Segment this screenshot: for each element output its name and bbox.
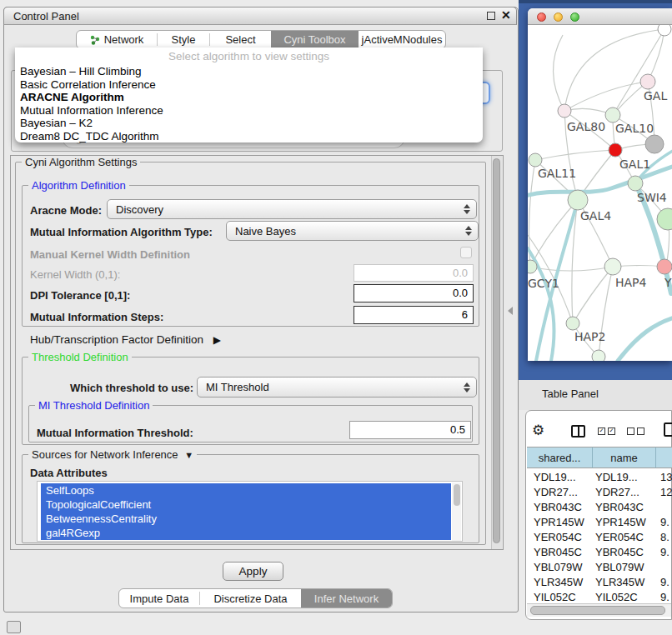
algorithm-option-selected[interactable]: ARACNE Algorithm: [20, 91, 470, 104]
table-cell[interactable]: 8.: [660, 531, 672, 546]
network-node-gal1[interactable]: [609, 143, 622, 157]
manual-kernel-checkbox[interactable]: [460, 247, 472, 258]
table-cell[interactable]: 9.: [660, 576, 672, 591]
algorithm-option[interactable]: Mutual Information Inference: [20, 104, 470, 118]
algorithm-option[interactable]: Bayesian – K2: [20, 117, 470, 130]
table-hscrollbar-thumb[interactable]: [530, 606, 665, 615]
algorithm-option[interactable]: Dream8 DC_TDC Algorithm: [20, 130, 470, 143]
aracne-mode-combo[interactable]: Discovery: [107, 199, 477, 219]
algorithm-option[interactable]: Bayesian – Hill Climbing: [20, 65, 470, 78]
algorithm-definition-title: Algorithm Definition: [28, 179, 129, 192]
control-panel-titlebar[interactable]: [3, 7, 517, 25]
tab-jactivemnodules[interactable]: jActiveMNodules: [359, 31, 445, 48]
table-cell[interactable]: [660, 501, 672, 516]
select-all-icon[interactable]: ✓ ✓: [598, 428, 615, 435]
network-canvas[interactable]: GAL GAL80 GAL10 GAL1 GAL11 SWI4 GAL4 GCY…: [528, 25, 672, 361]
docked-panel-icon[interactable]: [7, 621, 21, 633]
dropdown-placeholder: Select algorithm to view settings: [15, 50, 483, 62]
network-node-gcy1[interactable]: [528, 260, 537, 273]
table-cell[interactable]: YDR27...: [595, 486, 654, 501]
table-cell[interactable]: 9.: [660, 516, 672, 531]
tab-network[interactable]: Network: [77, 31, 157, 48]
gear-icon[interactable]: ⚙: [532, 422, 544, 439]
table-cell[interactable]: YLR345W: [534, 576, 590, 591]
attribute-item[interactable]: TopologicalCoefficient: [41, 498, 451, 512]
minimize-traffic-light-icon[interactable]: [554, 12, 563, 22]
list-scrollbar-thumb[interactable]: [454, 484, 460, 506]
network-node-gray[interactable]: [645, 135, 664, 153]
table-cell[interactable]: YBR043C: [534, 501, 590, 516]
attribute-item[interactable]: gal4RGexp: [41, 526, 451, 540]
zoom-traffic-light-icon[interactable]: [570, 12, 579, 22]
node-label: GCY1: [528, 277, 559, 290]
attribute-item[interactable]: SelfLoops: [41, 483, 451, 498]
table-cell[interactable]: YBR045C: [595, 546, 654, 561]
table-cell[interactable]: YPR145W: [595, 516, 654, 531]
network-node-hap4[interactable]: [604, 258, 621, 275]
data-attributes-list: SelfLoops TopologicalCoefficient Between…: [37, 481, 463, 542]
tab-infer-network[interactable]: Infer Network: [301, 589, 392, 608]
column-header-shared-name[interactable]: shared...: [527, 447, 593, 468]
float-icon[interactable]: [487, 12, 495, 20]
columns-icon[interactable]: [571, 425, 585, 438]
table-cell[interactable]: YBR045C: [534, 546, 590, 561]
table-cell[interactable]: [660, 561, 672, 576]
tab-cyni-toolbox[interactable]: Cyni Toolbox: [271, 31, 359, 48]
table-cell[interactable]: YBR043C: [595, 501, 654, 516]
network-node-hap2[interactable]: [566, 317, 579, 330]
node-label: GAL1: [619, 158, 650, 171]
hub-definition-label: Hub/Transcription Factor Definition: [30, 333, 203, 346]
hub-definition-toggle[interactable]: Hub/Transcription Factor Definition ▶: [30, 333, 221, 346]
table-cell[interactable]: YBL079W: [595, 561, 654, 576]
table-cell[interactable]: 9.: [660, 546, 672, 561]
dpi-tolerance-field[interactable]: 0.0: [354, 284, 474, 302]
table-cell[interactable]: YLR345W: [595, 576, 654, 591]
network-node-y-cut[interactable]: [657, 259, 672, 274]
mi-threshold-field[interactable]: 0.5: [349, 421, 471, 439]
deselect-all-icon[interactable]: [627, 428, 644, 435]
divider-collapse-icon[interactable]: [508, 307, 513, 315]
tab-impute-data[interactable]: Impute Data: [119, 589, 199, 608]
mi-steps-field[interactable]: 6: [354, 306, 474, 324]
settings-scrollbar-thumb[interactable]: [493, 158, 500, 543]
table-cell[interactable]: YBL079W: [534, 561, 590, 576]
tab-select[interactable]: Select: [210, 31, 271, 48]
close-icon[interactable]: ✕: [501, 8, 511, 22]
table-mode-icon[interactable]: [664, 422, 672, 437]
column-header-name[interactable]: name: [593, 447, 656, 468]
network-highlight-edges: [528, 148, 672, 361]
network-window-titlebar[interactable]: [528, 8, 672, 25]
mi-threshold-group-title: MI Threshold Definition: [35, 399, 153, 412]
tab-discretize-data[interactable]: Discretize Data: [200, 589, 301, 608]
column-header-cut[interactable]: [656, 447, 672, 468]
network-node-gal4[interactable]: [568, 190, 588, 210]
table-cell[interactable]: 12: [660, 486, 672, 501]
tab-style[interactable]: Style: [158, 31, 209, 48]
table-cell[interactable]: YDL19...: [534, 471, 590, 486]
close-traffic-light-icon[interactable]: [537, 12, 546, 22]
spinner-arrows-icon: [463, 382, 470, 392]
table-cell[interactable]: YPR145W: [534, 516, 590, 531]
checked-box-icon: ✓: [598, 428, 605, 435]
table-cell[interactable]: YDR27...: [534, 486, 590, 501]
network-node-gal10[interactable]: [605, 108, 620, 122]
attribute-item[interactable]: BetweennessCentrality: [41, 512, 451, 526]
which-threshold-combo[interactable]: MI Threshold: [197, 377, 477, 398]
network-node-right-large[interactable]: [657, 208, 672, 230]
apply-button[interactable]: Apply: [223, 562, 283, 581]
network-node-swi4[interactable]: [628, 176, 643, 191]
sources-group-title[interactable]: Sources for Network Inference ▼: [28, 448, 197, 461]
kernel-width-field[interactable]: 0.0: [354, 264, 474, 282]
network-node-gal-cut[interactable]: [640, 74, 655, 89]
table-cell[interactable]: YDL19...: [595, 471, 654, 486]
table-cell[interactable]: YER054C: [534, 531, 590, 546]
network-node-unlabeled-top[interactable]: [658, 25, 671, 36]
table-cell[interactable]: YER054C: [595, 531, 654, 546]
algorithm-option[interactable]: Basic Correlation Inference: [20, 78, 470, 92]
network-node-gal80[interactable]: [558, 104, 571, 118]
network-node-unlabeled-bottom[interactable]: [592, 350, 605, 361]
network-node-gal11[interactable]: [529, 153, 542, 167]
node-label: GAL: [644, 89, 667, 102]
mi-type-combo[interactable]: Naive Bayes: [226, 221, 479, 241]
table-cell[interactable]: 13: [660, 471, 672, 486]
